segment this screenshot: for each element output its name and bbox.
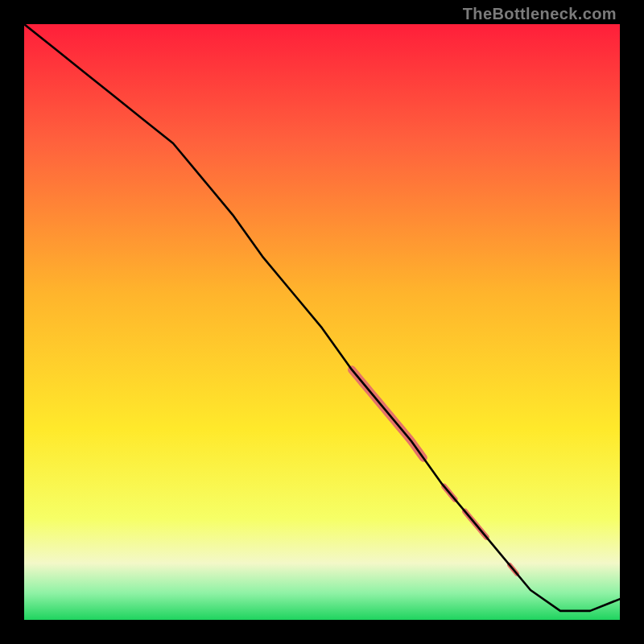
bottleneck-curve bbox=[24, 24, 620, 611]
plot-area bbox=[24, 24, 620, 620]
watermark-text: TheBottleneck.com bbox=[463, 5, 617, 23]
chart-stage: TheBottleneck.com bbox=[0, 0, 644, 644]
curve-layer bbox=[24, 24, 620, 620]
